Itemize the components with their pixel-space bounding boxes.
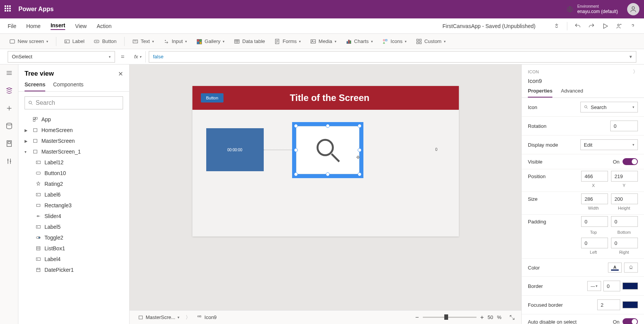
tree-item-rectangle3[interactable]: Rectangle3 — [21, 200, 126, 211]
prop-visible-toggle[interactable] — [623, 158, 638, 165]
input-dropdown[interactable]: Input▾ — [160, 37, 190, 46]
tree-item-label12[interactable]: Label12 — [21, 157, 126, 168]
tree-item-datepicker1[interactable]: DatePicker1 — [21, 264, 126, 275]
prop-focusborder-input[interactable]: 2 — [597, 299, 620, 310]
formula-input[interactable]: false ▾ — [149, 51, 636, 63]
screen-preview[interactable]: Button Title of the Screen 00:00:00 0 ✥ — [192, 86, 459, 236]
tree-item-masterscreen1[interactable]: ▾ MasterScreen_1 — [21, 146, 126, 157]
gallery-dropdown[interactable]: Gallery▾ — [193, 37, 228, 46]
svg-point-18 — [383, 39, 384, 41]
prop-autodisable-toggle[interactable] — [623, 318, 638, 324]
zoom-in-icon[interactable]: + — [480, 314, 484, 321]
prop-width-input[interactable]: 286 — [581, 193, 608, 204]
forms-dropdown[interactable]: Forms▾ — [271, 37, 304, 46]
menu-action[interactable]: Action — [97, 23, 112, 29]
prop-color-font[interactable]: A — [608, 263, 622, 273]
undo-icon[interactable] — [574, 23, 581, 30]
prop-padtop-input[interactable]: 0 — [581, 216, 608, 227]
prop-padleft-input[interactable]: 0 — [581, 238, 608, 248]
prop-y-input[interactable]: 219 — [611, 171, 638, 182]
tab-components[interactable]: Components — [53, 81, 83, 91]
charts-dropdown[interactable]: Charts▾ — [343, 37, 376, 46]
media-dropdown[interactable]: Media▾ — [307, 37, 339, 46]
env-label: Environment — [577, 4, 618, 9]
zoom-out-icon[interactable]: − — [415, 314, 419, 321]
prop-height-input[interactable]: 200 — [611, 193, 638, 204]
environment-picker[interactable]: Environment enayu.com (default) — [567, 4, 618, 14]
fullscreen-icon[interactable] — [509, 314, 515, 321]
tree-title: Tree view — [25, 70, 54, 78]
move-handle-icon[interactable]: ✥ — [356, 155, 360, 160]
fx-icon[interactable]: fx▾ — [130, 51, 146, 63]
data-icon[interactable] — [5, 122, 13, 130]
env-value: enayu.com (default) — [577, 9, 618, 14]
prop-displaymode-select[interactable]: Edit▾ — [580, 139, 638, 150]
media-rail-icon[interactable] — [5, 140, 13, 147]
tree-item-homescreen[interactable]: ▶ HomeScreen — [21, 125, 126, 136]
tree-item-label5[interactable]: Label5 — [21, 222, 126, 232]
menu-insert[interactable]: Insert — [51, 22, 65, 30]
prop-border-input[interactable]: 0 — [603, 281, 620, 291]
tree-item-slider4[interactable]: Slider4 — [21, 211, 126, 222]
prop-padright-input[interactable]: 0 — [611, 238, 638, 248]
tools-icon[interactable] — [5, 157, 13, 165]
custom-dropdown[interactable]: Custom▾ — [413, 37, 449, 46]
datatable-button[interactable]: Data table — [231, 37, 268, 46]
prop-padbottom-input[interactable]: 0 — [611, 216, 638, 227]
menu-file[interactable]: File — [8, 23, 16, 29]
tree-item-listbox1[interactable]: ListBox1 — [21, 243, 126, 254]
tab-screens[interactable]: Screens — [25, 81, 45, 91]
hamburger-icon[interactable] — [5, 69, 13, 77]
tree-view-panel: Tree view ✕ Screens Components Search Ap… — [18, 64, 130, 324]
button-button[interactable]: Button — [90, 37, 120, 46]
svg-rect-15 — [347, 41, 348, 43]
tree-item-button10[interactable]: Button10 — [21, 168, 126, 179]
chevron-right-icon[interactable]: 〉 — [633, 68, 638, 75]
selected-icon-control[interactable]: ✥ — [292, 122, 363, 178]
avatar[interactable] — [627, 3, 639, 15]
tree-item-app[interactable]: App — [21, 114, 126, 125]
tree-item-toggle2[interactable]: Toggle2 — [21, 232, 126, 243]
zoom-slider[interactable] — [423, 317, 476, 318]
share-icon[interactable] — [616, 23, 623, 30]
prop-rotation-input[interactable]: 0 — [610, 121, 638, 131]
prop-icon-select[interactable]: Search ▾ — [580, 102, 638, 112]
label-button[interactable]: Label — [61, 37, 88, 46]
prop-position-label: Position — [528, 174, 545, 179]
prop-focusborder-color[interactable] — [623, 301, 638, 308]
prop-border-style[interactable]: — ▾ — [587, 281, 601, 291]
breadcrumb-item[interactable]: Icon9 — [194, 314, 219, 321]
ptab-properties[interactable]: Properties — [528, 88, 552, 98]
text-dropdown[interactable]: Text▾ — [129, 37, 157, 46]
play-icon[interactable] — [602, 23, 609, 30]
guide-value: 0 — [435, 147, 438, 152]
tree-item-label4[interactable]: Label4 — [21, 254, 126, 264]
ptab-advanced[interactable]: Advanced — [561, 88, 583, 98]
svg-rect-30 — [33, 120, 35, 122]
menu-view[interactable]: View — [75, 23, 87, 29]
close-icon[interactable]: ✕ — [118, 70, 123, 78]
properties-panel: ICON 〉 Icon9 Properties Advanced Icon Se… — [521, 64, 644, 324]
prop-x-input[interactable]: 466 — [581, 171, 608, 182]
waffle-icon[interactable] — [5, 5, 12, 13]
new-screen-button[interactable]: New screen▾ — [6, 37, 51, 46]
tree-item-masterscreen[interactable]: ▶ MasterScreen — [21, 136, 126, 146]
add-icon[interactable] — [5, 104, 13, 112]
prop-border-color[interactable] — [623, 283, 638, 289]
tree-search-input[interactable]: Search — [25, 96, 123, 109]
icons-dropdown[interactable]: Icons▾ — [379, 37, 410, 46]
property-selector[interactable]: OnSelect▾ — [8, 51, 115, 63]
breadcrumb-screen[interactable]: MasterScre... ▾ — [136, 314, 182, 321]
timer-control[interactable]: 00:00:00 — [206, 128, 264, 171]
menu-home[interactable]: Home — [26, 23, 41, 29]
svg-point-49 — [585, 106, 587, 108]
prop-color-fill[interactable] — [624, 263, 638, 273]
screen-button[interactable]: Button — [201, 93, 224, 102]
tree-view-icon[interactable] — [5, 87, 13, 94]
tree-item-rating2[interactable]: Rating2 — [21, 179, 126, 189]
svg-rect-16 — [348, 40, 349, 43]
redo-icon[interactable] — [588, 23, 595, 30]
help-icon[interactable] — [629, 23, 636, 30]
tree-item-label6[interactable]: Label6 — [21, 189, 126, 200]
checker-icon[interactable] — [553, 23, 560, 30]
